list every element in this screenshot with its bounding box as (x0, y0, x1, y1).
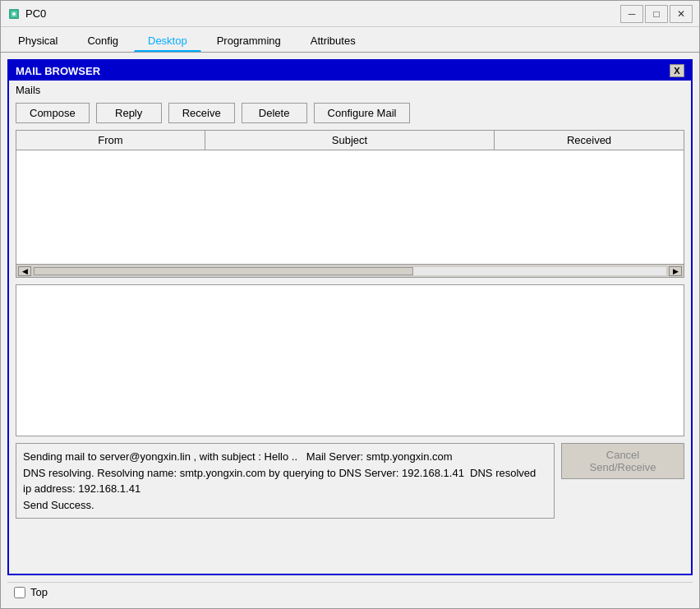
mail-browser-panel: MAIL BROWSER X Mails Compose Reply Recei… (7, 59, 693, 575)
mail-browser-close-button[interactable]: X (670, 64, 684, 77)
tab-bar: Physical Config Desktop Programming Attr… (1, 27, 699, 53)
tab-physical[interactable]: Physical (4, 30, 71, 52)
top-label: Top (30, 586, 48, 598)
status-line-1: Sending mail to server@yongxin.lin , wit… (23, 450, 453, 463)
content-area: MAIL BROWSER X Mails Compose Reply Recei… (1, 53, 699, 608)
maximize-button[interactable]: □ (645, 5, 668, 23)
col-from: From (16, 131, 205, 150)
mail-browser-header: MAIL BROWSER X (9, 61, 691, 81)
window-title: PC0 (25, 7, 620, 20)
mail-toolbar: Compose Reply Receive Delete Configure M… (9, 99, 691, 130)
receive-button[interactable]: Receive (168, 103, 235, 123)
tab-desktop[interactable]: Desktop (134, 30, 201, 52)
horizontal-scrollbar[interactable]: ◀ ▶ (16, 264, 684, 277)
mails-label: Mails (9, 81, 691, 99)
cancel-button[interactable]: Cancel Send/Receive (561, 443, 684, 479)
status-line-2: DNS resolving. Resolving name: smtp.yong… (23, 467, 536, 496)
cancel-area: Cancel Send/Receive (561, 443, 684, 519)
scroll-left-button[interactable]: ◀ (18, 266, 31, 276)
tab-config[interactable]: Config (73, 30, 132, 52)
svg-point-2 (12, 12, 16, 16)
mail-table-body (16, 150, 684, 264)
close-button[interactable]: ✕ (670, 5, 693, 23)
delete-button[interactable]: Delete (242, 103, 307, 123)
col-received: Received (495, 131, 684, 150)
col-subject: Subject (205, 131, 495, 150)
compose-button[interactable]: Compose (16, 103, 90, 123)
scroll-thumb[interactable] (34, 267, 413, 275)
tab-programming[interactable]: Programming (203, 30, 295, 52)
mail-table: From Subject Received ◀ ▶ (16, 130, 684, 278)
mail-table-header: From Subject Received (16, 131, 684, 150)
bottom-bar: Top (7, 582, 693, 602)
top-checkbox[interactable] (14, 587, 25, 598)
tab-attributes[interactable]: Attributes (297, 30, 370, 52)
minimize-button[interactable]: ─ (620, 5, 643, 23)
scroll-track[interactable] (33, 266, 667, 276)
mail-browser-title: MAIL BROWSER (16, 65, 100, 77)
status-line-3: Send Success. (23, 499, 94, 511)
configure-mail-button[interactable]: Configure Mail (314, 103, 411, 123)
reply-button[interactable]: Reply (96, 103, 162, 123)
message-body (16, 284, 684, 436)
window-icon (7, 7, 21, 21)
scroll-right-button[interactable]: ▶ (669, 266, 682, 276)
main-window: PC0 ─ □ ✕ Physical Config Desktop Progra… (0, 0, 700, 609)
title-bar: PC0 ─ □ ✕ (1, 1, 699, 27)
status-text: Sending mail to server@yongxin.lin , wit… (16, 443, 555, 519)
status-area: Sending mail to server@yongxin.lin , wit… (16, 443, 684, 519)
window-controls: ─ □ ✕ (620, 5, 693, 23)
